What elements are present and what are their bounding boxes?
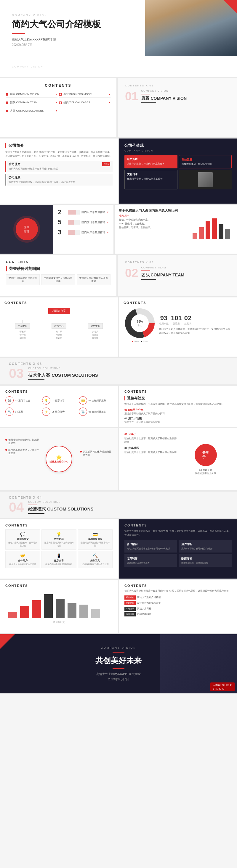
slide-right-stats: 购买从接触人与人占国内用户总人数比例 相关 第一 微信、一个生活方式的产品。 Q… bbox=[115, 205, 237, 254]
dark-text-3: 提供完整的方案制作服务 bbox=[127, 561, 175, 564]
share-item-2: 02 共享社区 以在社交平台上分享，让更多人了解分享创新故事 bbox=[124, 446, 177, 454]
cx01-zh: 愿景 COMPANY VISION bbox=[141, 96, 187, 101]
biz-text-5: 相关内容的数字化管理和发布 bbox=[43, 563, 74, 566]
toc-arrow-5: ▼ bbox=[55, 110, 57, 112]
cx04-label: CONTENTS X 04 bbox=[9, 496, 42, 499]
comms-desc: 微信从个人消息发布，分享等多项功能，通过通讯与社交这个板块，为大家详细解析产品功… bbox=[124, 402, 232, 406]
tech-center-icon: ⭐ bbox=[56, 455, 62, 460]
company-red-bar bbox=[5, 143, 6, 148]
svc-label-3: 03 金融科技服务 bbox=[89, 399, 106, 402]
rank-fill-2 bbox=[68, 220, 74, 225]
rank-item-2: 5 国内支付总数量排名 ▼ bbox=[58, 218, 109, 226]
share-text-2: 以在社交平台上分享，让更多人了解分享创新故事 bbox=[124, 451, 177, 454]
rlist-tag-1: 紧密对付 bbox=[124, 595, 136, 599]
toc-arrow-3: ▼ bbox=[55, 101, 57, 103]
biz-item-6: 🔨 操作工具 提供多种操作工具以提升效率 bbox=[78, 551, 113, 568]
pie-chart-area: 68% 占比 ● 20% ● 15% bbox=[123, 307, 156, 343]
cx02-line bbox=[141, 271, 150, 271]
bottom-bar-svg bbox=[7, 590, 108, 619]
svc-label-5: 05 核心优势 bbox=[52, 410, 65, 413]
bullet-1: 如果我们能帮助到你，那就是最好的 bbox=[5, 438, 41, 445]
slide-contents-x01: CONTENTS X 01 01 COMPANY VISION 愿景 COMPA… bbox=[118, 78, 237, 137]
cx04-num: 04 bbox=[9, 500, 24, 515]
slide-services-icons: CONTENTS 💬 01 通信与社交 💡 02 数字内容 💳 03 金融科技服… bbox=[0, 385, 118, 427]
company-heading-row: 公司简介 bbox=[5, 143, 113, 148]
value-text-1: 以用户为核心，持续优化产品和服务 bbox=[127, 162, 175, 165]
rlist-desc: 简约大气公司介绍模板是一套多用途PPT幻灯片，采用简约大气风格。该模板设计符合当… bbox=[124, 589, 232, 593]
value-item-2: 科技竞赛 以技术为驱动，推动行业创新 bbox=[179, 155, 232, 168]
org-contents-label: CONTENTS bbox=[4, 301, 114, 305]
company-desc: 简约大气公司介绍模板是一套多用途PPT幻灯片，采用简约大气风格。该模板设计符合当… bbox=[5, 151, 113, 158]
mission-box: 公司使命 No.1 简约大气公司介绍模板是一套多用途PPT幻灯片 bbox=[5, 161, 113, 172]
toc-grid: 愿景 COMPANY VISION ▼ 商业 BUSINESS MODEL ▼ … bbox=[6, 91, 111, 114]
dark-label-4: 数据分析 bbox=[181, 557, 229, 560]
slide-row-11: CONTENTS 💬 通信与社交 微信从个人消息发布，分享等多项功能 💡 数字内… bbox=[0, 519, 237, 579]
cx04-en: CUSTOM SOLUTIONS bbox=[28, 500, 94, 503]
dept2-subs: 推广部营销部策划部 bbox=[52, 330, 66, 340]
biz-label-6: 操作工具 bbox=[80, 559, 111, 562]
biz-icon-6: 🔨 bbox=[80, 553, 111, 558]
value-text-2: 以技术为驱动，推动行业创新 bbox=[182, 162, 229, 166]
slide-contents-main: CONTENTS 愿景 COMPANY VISION ▼ 商业 BUSINESS… bbox=[0, 78, 116, 137]
stat-num-2: 101 bbox=[171, 314, 182, 322]
svg-rect-13 bbox=[20, 606, 29, 618]
dark-biz-grid: 合作案例 简约大气公司介绍模板是一套多用途PPT幻灯片 用户分析 用户分析帮助了… bbox=[124, 540, 232, 567]
toc-dot-1 bbox=[6, 93, 8, 96]
stat-num-3: 02 bbox=[184, 314, 191, 322]
rank-arrow-1: ▼ bbox=[107, 211, 109, 214]
bullet-text-2: 以技术革命来推动，让社会产生变革 bbox=[8, 448, 41, 455]
slide-company-values: 公司价值观 COMPANY VISION 用户为本 以用户为核心，持续优化产品和… bbox=[119, 138, 237, 204]
slide-final-cover: COMPANY VISION 共创美好未来 高端大气上档次XXXPPT研究学院 … bbox=[0, 634, 237, 693]
pie-legend: ● 20% ● 15% bbox=[123, 340, 156, 343]
rlist-contents-label: CONTENTS bbox=[124, 584, 232, 587]
org-dept-3: 销售中心 大客户渠道部零售部 bbox=[88, 320, 103, 340]
slide-cx03: CONTENTS X 03 03 CUSTOM SOLUTIONS 技术化方案 … bbox=[0, 358, 237, 384]
cx03-main-row: 03 CUSTOM SOLUTIONS 技术化方案 CUSTOM SOLUTIO… bbox=[9, 366, 98, 381]
stats-label: 购买从接触人与人占国内用户总人数比例 bbox=[119, 208, 233, 213]
svg-rect-14 bbox=[32, 600, 41, 618]
rankings-badge-area: 国内 排名 bbox=[0, 205, 53, 254]
mission-title-row: 公司使命 No.1 bbox=[8, 162, 110, 166]
slide-tech-center: ⭐ 以技术为核心中心 如果我们能帮助到你，那就是最好的 以技术革命来推动，让社会… bbox=[0, 428, 118, 490]
svc-icon-5: ⚡ bbox=[42, 407, 50, 416]
toc-text-2: 商业 BUSINESS MODEL bbox=[63, 92, 93, 96]
rlist-text-1: 简约大气公司介绍模板 bbox=[137, 596, 161, 599]
toc-text-3: 团队 COMPANY TEAM bbox=[10, 101, 38, 104]
awards-heading: 荣誉获得时刻瞬间 bbox=[9, 266, 40, 271]
svg-rect-1 bbox=[199, 227, 204, 239]
stat-num-1: 93 bbox=[159, 314, 169, 322]
vision-text: 简约大气公司介绍模板，设计符合当前流行审美，设计简洁大方 bbox=[8, 181, 110, 184]
slide-row-8: CONTENTS 💬 01 通信与社交 💡 02 数字内容 💳 03 金融科技服… bbox=[0, 385, 237, 427]
cx02-zh: 团队 COMPANY TEAM bbox=[141, 273, 184, 278]
cover-title: 简约大气公司介绍模板 bbox=[12, 19, 138, 30]
svc-label-1: 01 通信与社交 bbox=[15, 399, 30, 402]
dept1-label: 产品中心 bbox=[15, 323, 30, 329]
stats-content-row: 相关 第一 微信、一个生活方式的产品。 QQ：微生活，社交化的。 微信品牌，老情… bbox=[119, 214, 233, 241]
biz-icon-2: 💡 bbox=[43, 532, 74, 536]
final-red-line-2 bbox=[113, 668, 124, 669]
rank-item-3: 3 国内用户总数量排名 ▼ bbox=[58, 228, 109, 236]
dept2-connector bbox=[59, 320, 59, 323]
org-top-row: 总部办公室 bbox=[4, 308, 114, 314]
slide-pie-stats: CONTENTS 68% 占比 ● 20% ● 15% bbox=[119, 298, 237, 356]
awards-red-bar bbox=[6, 266, 7, 271]
bullet-2: 以技术革命来推动，让社会产生变革 bbox=[5, 448, 41, 455]
stat-nums-row: 93 总用户数 101 总流量 02 总营收 bbox=[159, 314, 233, 325]
mission-tag: No.1 bbox=[102, 162, 110, 166]
rank-arrow-3: ▼ bbox=[107, 231, 109, 234]
share-num-2: 02 共享社区 bbox=[124, 446, 177, 450]
toc-item-5: 方案 CUSTOM SOLUTIONS ▼ bbox=[6, 108, 57, 114]
bar-chart-svg bbox=[191, 214, 233, 241]
pie-content-row: 68% 占比 ● 20% ● 15% 93 总用户数 bbox=[123, 307, 233, 343]
mission-title: 公司使命 bbox=[8, 162, 21, 166]
cover-bottom-bar: COMPANY VISION bbox=[0, 56, 237, 77]
svc-icon-1: 💬 bbox=[5, 396, 13, 405]
comms-heading-row: 通信与社交 bbox=[124, 396, 232, 401]
toc-text-4: 经典 TYPICAL CASES bbox=[63, 101, 90, 104]
values-sub: COMPANY VISION bbox=[124, 150, 232, 152]
toc-arrow-2: ▼ bbox=[109, 93, 111, 95]
cx01-en: COMPANY VISION bbox=[141, 89, 187, 92]
stat-3: 02 总营收 bbox=[184, 314, 191, 325]
pie-desc: 简约大气公司介绍模板是一套多用途PPT幻灯片，采用简约大气风格。该模板设计符合当… bbox=[159, 328, 233, 335]
svg-rect-3 bbox=[212, 218, 217, 239]
